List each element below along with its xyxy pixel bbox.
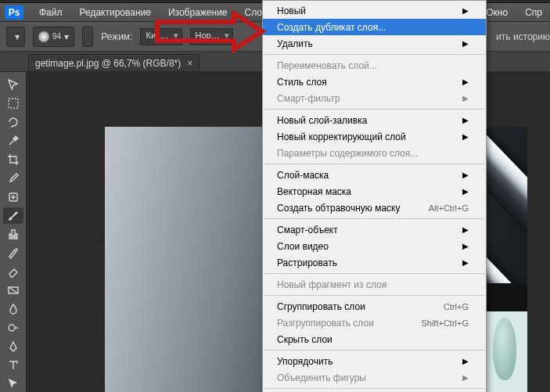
menu-item[interactable]: Растрировать▶ xyxy=(263,254,486,271)
menu-separator xyxy=(264,350,485,351)
menu-item[interactable]: Смарт-объект▶ xyxy=(263,221,486,238)
move-tool[interactable] xyxy=(3,77,23,93)
menu-separator xyxy=(264,109,485,110)
menu-item[interactable]: Векторная маска▶ xyxy=(263,183,486,200)
menu-item-label: Создать дубликат слоя... xyxy=(277,22,386,33)
menu-item[interactable]: Слой-маска▶ xyxy=(263,167,486,183)
brush-size-chip[interactable]: 94 ▾ xyxy=(33,27,74,47)
brush-tool[interactable] xyxy=(3,207,23,224)
brush-dot-icon xyxy=(38,31,49,42)
submenu-arrow-icon: ▶ xyxy=(462,258,469,267)
gradient-tool[interactable] xyxy=(3,282,23,299)
menu-item-label: Переименовать слой... xyxy=(277,60,377,71)
mode-label: Режим: xyxy=(101,31,132,42)
menu-item[interactable]: Упорядочить▶ xyxy=(263,353,486,369)
submenu-arrow-icon: ▶ xyxy=(462,373,469,382)
type-tool[interactable] xyxy=(3,357,23,373)
eyedropper-tool[interactable] xyxy=(3,170,23,186)
menu-separator xyxy=(264,164,485,164)
menu-image[interactable]: Изображение xyxy=(160,5,235,20)
menu-item-shortcut: Shift+Ctrl+G xyxy=(421,318,469,328)
menu-item-label: Растрировать xyxy=(277,257,337,268)
submenu-arrow-icon: ▶ xyxy=(462,357,469,365)
menu-item[interactable]: Новый▶ xyxy=(263,2,486,19)
submenu-arrow-icon: ▶ xyxy=(462,171,469,179)
menu-item[interactable]: Сгруппировать слоиCtrl+G xyxy=(263,298,486,315)
menu-item-label: Объединить фигуры xyxy=(277,372,366,383)
history-brush-tool[interactable] xyxy=(3,245,23,261)
menu-separator xyxy=(264,388,485,389)
blend-mode-select[interactable]: Нор… xyxy=(190,28,233,45)
menu-item-label: Векторная маска xyxy=(277,186,351,197)
menu-item-label: Разгруппировать слои xyxy=(277,318,374,329)
menu-edit[interactable]: Редактирование xyxy=(72,5,159,20)
menu-item[interactable]: Скрыть слои xyxy=(263,331,486,347)
submenu-arrow-icon: ▶ xyxy=(462,187,469,196)
menu-item[interactable]: Слои видео▶ xyxy=(263,238,486,254)
document-tab[interactable]: getimage.pl.jpg @ 66,7% (RGB/8*) × xyxy=(28,54,200,71)
menu-item[interactable]: Новый слой-заливка▶ xyxy=(263,112,486,128)
brush-size-value: 94 xyxy=(52,32,61,41)
menu-item-shortcut: Alt+Ctrl+G xyxy=(429,203,469,213)
menu-item-label: Стиль слоя xyxy=(277,77,327,88)
menu-separator xyxy=(264,273,485,274)
menu-item-shortcut: Ctrl+G xyxy=(444,302,469,311)
document-tab-title: getimage.pl.jpg @ 66,7% (RGB/8*) xyxy=(35,58,181,69)
dodge-tool[interactable] xyxy=(3,319,23,336)
brush-panel-chip[interactable] xyxy=(82,27,93,47)
menu-item[interactable]: Стиль слоя▶ xyxy=(263,74,486,90)
heal-tool[interactable] xyxy=(3,189,23,205)
menu-item-label: Новый xyxy=(277,5,306,16)
tools-panel xyxy=(0,72,27,392)
brush-preset-select[interactable]: Кис… xyxy=(140,28,182,45)
menu-item[interactable]: Создать дубликат слоя... xyxy=(263,19,486,35)
wand-tool[interactable] xyxy=(3,133,23,149)
eraser-tool[interactable] xyxy=(3,264,23,280)
app-logo: Ps xyxy=(5,5,23,20)
menu-help[interactable]: Спр xyxy=(517,5,550,20)
menu-item-label: Смарт-объект xyxy=(277,225,338,236)
menu-item: Объединить фигуры▶ xyxy=(263,369,486,386)
menu-item-label: Создать обтравочную маску xyxy=(277,203,401,214)
blur-tool[interactable] xyxy=(3,301,23,318)
svg-point-4 xyxy=(9,325,15,331)
submenu-arrow-icon: ▶ xyxy=(462,94,469,102)
menu-item: Параметры содержимого слоя... xyxy=(263,145,486,161)
menu-item-label: Удалить xyxy=(277,38,313,49)
submenu-arrow-icon: ▶ xyxy=(462,6,469,15)
menu-item-label: Слои видео xyxy=(277,241,329,252)
tool-preset-chip[interactable]: ▾ xyxy=(6,27,25,47)
menu-item[interactable]: Новый корректирующий слой▶ xyxy=(263,128,486,145)
menu-item: Переименовать слой... xyxy=(263,57,486,74)
submenu-arrow-icon: ▶ xyxy=(462,132,469,141)
submenu-arrow-icon: ▶ xyxy=(462,77,469,86)
lasso-tool[interactable] xyxy=(3,114,23,131)
marquee-tool[interactable] xyxy=(3,95,23,112)
menu-item[interactable]: Создать обтравочную маскуAlt+Ctrl+G xyxy=(263,200,486,216)
close-icon[interactable]: × xyxy=(187,58,192,69)
menu-separator xyxy=(264,54,485,55)
stamp-tool[interactable] xyxy=(3,226,23,243)
crop-tool[interactable] xyxy=(3,152,23,168)
menu-item-label: Смарт-фильтр xyxy=(277,93,340,104)
menu-item: Новый фрагмент из слоя xyxy=(263,276,486,293)
menu-item-label: Новый слой-заливка xyxy=(277,115,367,126)
menu-item-label: Новый корректирующий слой xyxy=(277,131,406,142)
path-tool[interactable] xyxy=(3,376,23,392)
submenu-arrow-icon: ▶ xyxy=(462,116,469,124)
menu-separator xyxy=(264,295,485,296)
submenu-arrow-icon: ▶ xyxy=(462,225,469,234)
menu-item-label: Упорядочить xyxy=(277,356,333,367)
layer-context-menu: Новый▶Создать дубликат слоя...Удалить▶Пе… xyxy=(262,0,487,392)
pen-tool[interactable] xyxy=(3,338,23,354)
menu-item[interactable]: Удалить▶ xyxy=(263,35,486,52)
menu-file[interactable]: Файл xyxy=(31,5,70,20)
options-end-label: ить историю xyxy=(493,31,550,42)
menu-item: Смарт-фильтр▶ xyxy=(263,90,486,106)
menu-separator xyxy=(264,218,485,219)
menu-item: Разгруппировать слоиShift+Ctrl+G xyxy=(263,315,486,331)
svg-rect-1 xyxy=(9,99,18,108)
menu-item-label: Скрыть слои xyxy=(277,334,333,345)
menu-item-label: Новый фрагмент из слоя xyxy=(277,279,386,290)
menu-item-label: Сгруппировать слои xyxy=(277,301,365,312)
